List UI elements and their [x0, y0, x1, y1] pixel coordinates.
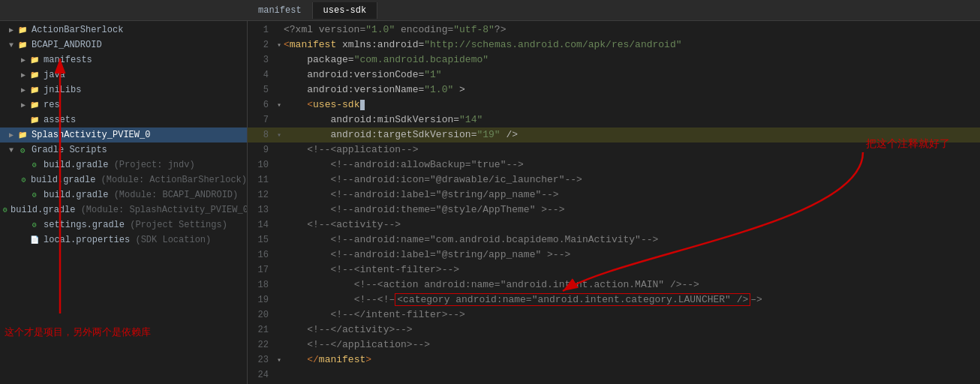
code-text: <?xml version="1.0" encoding="utf-8"?>	[284, 22, 980, 38]
sidebar-item-build-gradle-splash[interactable]: ⚙ build.gradle (Module: SplashActivity_P…	[0, 202, 247, 218]
sidebar-item-label: build.gradle (Module: SplashActivity_PVI…	[11, 205, 248, 215]
sidebar-item-local-properties[interactable]: 📄 local.properties (SDK Location)	[0, 232, 247, 248]
code-text: <!--<application-->	[284, 142, 980, 158]
arrow-icon: ▶	[6, 130, 17, 140]
sidebar-item-label: build.gradle (Module: ActionBarSherlock)	[31, 175, 247, 185]
code-text: <!--android:label="@string/app_name" >--…	[284, 248, 980, 262]
sidebar-item-splashactivity[interactable]: ▶ 📁 SplashActivity_PVIEW_0	[0, 128, 247, 142]
tab-uses-sdk[interactable]: uses-sdk	[313, 2, 378, 19]
line-number: 24	[248, 370, 275, 380]
code-line-15: 15 <!--android:name="com.android.bcapide…	[248, 232, 980, 248]
code-text: <!--</intent-filter>-->	[284, 308, 980, 322]
line-number: 7	[248, 115, 275, 125]
code-text: <!--android:label="@string/app_name"-->	[284, 188, 980, 202]
code-text: <manifest xmlns:android="http://schemas.…	[284, 38, 980, 52]
line-number: 5	[248, 85, 275, 95]
sidebar-item-actionbarsherlock[interactable]: ▶ 📁 ActionBarSherlock	[0, 22, 247, 38]
code-text: <!--</application>-->	[284, 338, 980, 352]
code-text: </manifest>	[284, 352, 980, 368]
tabs-bar: manifest uses-sdk	[0, 0, 980, 21]
sidebar-item-label: settings.gradle (Project Settings)	[44, 220, 227, 230]
sidebar-item-build-gradle-abs[interactable]: ⚙ build.gradle (Module: ActionBarSherloc…	[0, 172, 247, 188]
sidebar-item-label: jniLibs	[44, 85, 81, 95]
code-line-13: 13 <!--android:theme="@style/AppTheme" >…	[248, 202, 980, 218]
sidebar-item-jnilibs[interactable]: ▶ 📁 jniLibs	[0, 82, 247, 98]
properties-icon: 📄	[29, 234, 41, 246]
code-line-8: 8 ▾ android:targetSdkVersion="19" />	[248, 128, 980, 142]
sidebar-item-settings-gradle[interactable]: ⚙ settings.gradle (Project Settings)	[0, 218, 247, 232]
sidebar-item-label: build.gradle (Module: BCAPI_ANDROID)	[44, 190, 238, 200]
code-line-24: 24	[248, 368, 980, 382]
arrow-icon: ▶	[18, 56, 29, 64]
line-number: 10	[248, 160, 275, 170]
fold-icon: ▾	[275, 100, 284, 110]
folder-icon: 📁	[17, 129, 29, 141]
code-text: <!--<!–<category android:name="android.i…	[284, 292, 980, 308]
folder-icon: 📁	[29, 69, 41, 81]
line-number: 8	[248, 130, 275, 140]
sidebar-item-build-gradle-project[interactable]: ⚙ build.gradle (Project: jndv)	[0, 158, 247, 172]
code-line-9: 9 <!--<application-->	[248, 142, 980, 158]
code-lines: 1 <?xml version="1.0" encoding="utf-8"?>…	[248, 21, 980, 384]
sidebar-item-build-gradle-bcapi[interactable]: ⚙ build.gradle (Module: BCAPI_ANDROID)	[0, 188, 247, 202]
arrow-icon: ▶	[18, 70, 29, 80]
arrow-icon: ▼	[6, 146, 17, 154]
line-number: 12	[248, 190, 275, 200]
sidebar-item-label: res	[44, 100, 60, 110]
code-line-17: 17 <!--<intent-filter>-->	[248, 262, 980, 278]
fold-icon: ▾	[275, 40, 284, 50]
sidebar-item-label: SplashActivity_PVIEW_0	[32, 130, 150, 140]
folder-icon: 📁	[29, 114, 41, 126]
line-number: 18	[248, 280, 275, 290]
sidebar-item-label: ActionBarSherlock	[32, 25, 123, 35]
line-number: 22	[248, 340, 275, 350]
sidebar: ▶ 📁 ActionBarSherlock ▼ 📁 BCAPI_ANDROID …	[0, 21, 248, 384]
sidebar-item-java[interactable]: ▶ 📁 java	[0, 68, 247, 82]
code-text: <!--<intent-filter>-->	[284, 262, 980, 278]
line-number: 15	[248, 235, 275, 245]
code-line-19: 19 <!--<!–<category android:name="androi…	[248, 292, 980, 308]
line-number: 2	[248, 40, 275, 50]
line-number: 3	[248, 55, 275, 65]
arrow-icon: ▶	[6, 26, 17, 34]
sidebar-item-manifests[interactable]: ▶ 📁 manifests	[0, 52, 247, 68]
code-line-22: 22 <!--</application>-->	[248, 338, 980, 352]
code-text: android:versionCode="1"	[284, 68, 980, 82]
arrow-icon: ▶	[18, 86, 29, 94]
line-number: 21	[248, 325, 275, 335]
code-text: android:versionName="1.0" >	[284, 82, 980, 98]
code-line-14: 14 <!--<activity-->	[248, 218, 980, 232]
line-number: 20	[248, 310, 275, 320]
code-line-1: 1 <?xml version="1.0" encoding="utf-8"?>	[248, 22, 980, 38]
sidebar-item-bcapi[interactable]: ▼ 📁 BCAPI_ANDROID	[0, 38, 247, 52]
folder-icon: 📁	[17, 24, 29, 36]
code-panel[interactable]: 把这个注释就好了 1 <?xml version="1.0" encoding=…	[248, 21, 980, 384]
sidebar-item-label: assets	[44, 115, 76, 125]
line-number: 6	[248, 100, 275, 110]
code-line-16: 16 <!--android:label="@string/app_name" …	[248, 248, 980, 262]
line-number: 4	[248, 70, 275, 80]
code-text: <!--<activity-->	[284, 218, 980, 232]
code-text: <!--android:theme="@style/AppTheme" >-->	[284, 202, 980, 218]
gradle-icon: ⚙	[29, 159, 41, 171]
arrow-icon: ▼	[6, 41, 17, 50]
line-number: 17	[248, 265, 275, 275]
line-number: 19	[248, 295, 275, 305]
fold-icon: ▾	[275, 356, 284, 364]
sidebar-item-res[interactable]: ▶ 📁 res	[0, 98, 247, 112]
code-line-21: 21 <!--</activity>-->	[248, 322, 980, 338]
code-text: android:targetSdkVersion="19" />	[284, 128, 980, 142]
gradle-icon: ⚙	[20, 174, 28, 186]
gradle-icon: ⚙	[29, 219, 41, 231]
tab-manifest[interactable]: manifest	[248, 2, 313, 19]
sidebar-item-assets[interactable]: 📁 assets	[0, 112, 247, 128]
sidebar-item-gradle-scripts[interactable]: ▼ ⚙ Gradle Scripts	[0, 142, 247, 158]
code-line-7: 7 android:minSdkVersion="14"	[248, 112, 980, 128]
code-line-6: 6 ▾ <uses-sdk	[248, 98, 980, 112]
sidebar-item-label: BCAPI_ANDROID	[32, 40, 102, 50]
main-layout: ▶ 📁 ActionBarSherlock ▼ 📁 BCAPI_ANDROID …	[0, 21, 980, 384]
code-line-2: 2 ▾ <manifest xmlns:android="http://sche…	[248, 38, 980, 52]
code-text: <!--</activity>-->	[284, 322, 980, 338]
folder-icon: 📁	[17, 39, 29, 51]
code-line-4: 4 android:versionCode="1"	[248, 68, 980, 82]
